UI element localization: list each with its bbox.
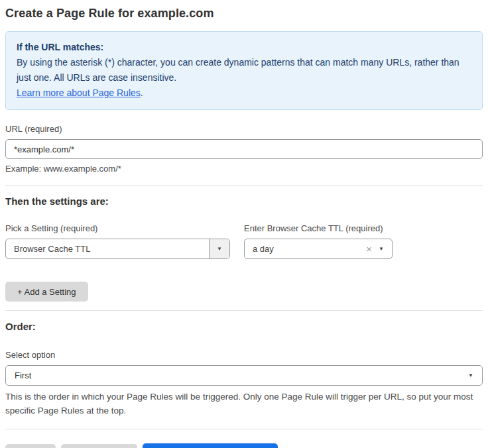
settings-section-heading: Then the settings are: (5, 196, 483, 207)
add-setting-button[interactable]: + Add a Setting (5, 282, 88, 302)
url-helper-text: Example: www.example.com/* (5, 164, 483, 174)
actions-divider (5, 429, 483, 429)
url-input[interactable] (5, 139, 483, 159)
cancel-button[interactable]: Cancel (5, 444, 56, 448)
ttl-select-value: a day (245, 244, 366, 254)
ttl-select[interactable]: a day × ▼ (244, 239, 393, 259)
order-helper-text: This is the order in which your Page Rul… (5, 390, 483, 418)
info-box-body: By using the asterisk (*) character, you… (17, 55, 471, 85)
link-suffix: . (141, 87, 143, 98)
settings-row: Pick a Setting (required) Browser Cache … (5, 223, 483, 259)
setting-select-label: Pick a Setting (required) (5, 223, 230, 233)
section-divider (5, 185, 483, 186)
chevron-down-icon: ▼ (217, 247, 222, 252)
setting-select-arrow-box[interactable]: ▼ (209, 239, 229, 258)
setting-select-value: Browser Cache TTL (6, 244, 209, 254)
chevron-down-icon: ▼ (468, 373, 473, 378)
order-select-value: First (15, 370, 31, 380)
ttl-select-column: Enter Browser Cache TTL (required) a day… (244, 223, 393, 259)
url-field-label: URL (required) (5, 124, 483, 134)
url-match-info-box: If the URL matches: By using the asteris… (5, 31, 483, 110)
ttl-select-label: Enter Browser Cache TTL (required) (244, 223, 393, 233)
actions-row: Cancel Save as Draft Save and Deploy Pag… (5, 443, 483, 448)
clear-icon[interactable]: × (366, 244, 379, 254)
setting-select[interactable]: Browser Cache TTL ▼ (5, 239, 230, 259)
chevron-down-icon[interactable]: ▼ (379, 247, 392, 252)
order-section-heading: Order: (5, 321, 483, 332)
page-rule-form: Create a Page Rule for example.com If th… (0, 0, 488, 448)
section-divider (5, 310, 483, 311)
info-box-heading: If the URL matches: (17, 40, 471, 55)
save-as-draft-button[interactable]: Save as Draft (61, 444, 137, 448)
order-select[interactable]: First ▼ (5, 365, 483, 386)
page-title: Create a Page Rule for example.com (5, 7, 483, 21)
info-box-link-line: Learn more about Page Rules. (17, 85, 471, 101)
setting-select-column: Pick a Setting (required) Browser Cache … (5, 223, 230, 259)
save-and-deploy-button[interactable]: Save and Deploy Page Rule (143, 443, 277, 448)
learn-more-link[interactable]: Learn more about Page Rules (17, 87, 141, 98)
order-select-label: Select option (5, 350, 483, 360)
